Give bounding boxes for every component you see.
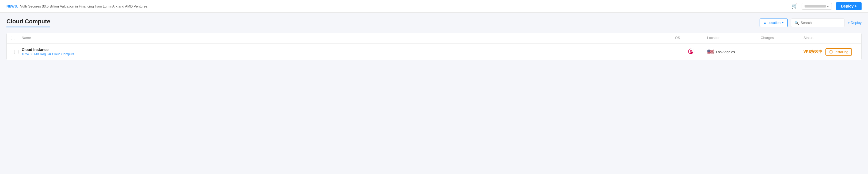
account-label [805,5,826,7]
instances-table: Name OS Location Charges Status Cloud In… [6,33,862,60]
spinner-icon [829,50,833,54]
flag-icon: 🇺🇸 [707,49,714,55]
location-name: Los Angeles [716,50,735,54]
page-title: Cloud Compute [6,18,50,27]
location-filter-label: Location [767,21,780,25]
chevron-down-icon: ▾ [827,4,829,8]
instance-name[interactable]: Cloud Instance [22,48,675,52]
news-bar-right: 🛒 ▾ Deploy + [792,2,862,10]
news-text: Vultr Secures $3.5 Billion Valuation in … [20,4,148,8]
select-all-checkbox[interactable] [11,36,15,40]
col-checkbox [11,36,22,41]
status-cell: VPS安装中 Installing [804,48,857,56]
debian-icon [687,48,695,56]
search-icon: 🔍 [795,21,799,25]
instance-name-cell: Cloud Instance 1024.00 MB Regular Cloud … [22,48,675,56]
deploy-link[interactable]: + Deploy [848,21,862,25]
vps-installing-label: VPS安装中 [804,49,822,54]
table-row: Cloud Instance 1024.00 MB Regular Cloud … [7,44,861,60]
chevron-down-icon: ▾ [782,21,784,24]
account-dropdown[interactable]: ▾ [802,3,832,10]
location-cell: 🇺🇸 Los Angeles [707,49,761,55]
table-header: Name OS Location Charges Status [7,33,861,44]
row-checkbox[interactable] [14,50,19,54]
search-input[interactable] [801,21,838,25]
main-content: Cloud Compute ≡ Location ▾ 🔍 + Deploy Na… [0,13,868,174]
header-controls: ≡ Location ▾ 🔍 + Deploy [760,19,862,27]
cart-icon[interactable]: 🛒 [792,3,797,9]
col-charges: Charges [761,36,804,41]
installing-badge: Installing [826,48,852,56]
col-os: OS [675,36,707,41]
installing-label: Installing [835,50,848,54]
news-bar: NEWS: Vultr Secures $3.5 Billion Valuati… [0,0,868,13]
svg-point-0 [688,48,694,55]
search-wrap: 🔍 [791,19,844,27]
charges-cell: -- [761,50,804,54]
news-label: NEWS: [6,4,18,8]
filter-icon: ≡ [764,21,766,25]
page-header: Cloud Compute ≡ Location ▾ 🔍 + Deploy [6,18,862,27]
col-status: Status [804,36,857,41]
location-filter-button[interactable]: ≡ Location ▾ [760,19,788,27]
deploy-top-button[interactable]: Deploy + [836,2,862,10]
row-checkbox-cell [11,50,22,54]
col-location: Location [707,36,761,41]
instance-spec: 1024.00 MB Regular Cloud Compute [22,52,675,56]
os-cell [675,48,707,56]
col-name: Name [22,36,675,41]
